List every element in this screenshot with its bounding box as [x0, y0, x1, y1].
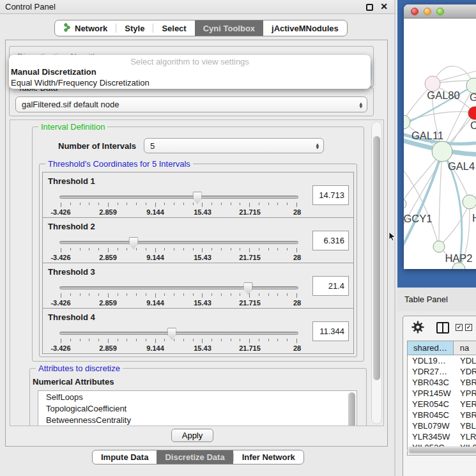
table-panel-header: Table Panel — [397, 288, 476, 311]
column-header-name[interactable]: na — [454, 341, 476, 355]
tab-style[interactable]: Style — [116, 20, 153, 36]
spinner-arrows-icon: ▲▼ — [359, 102, 362, 108]
columns-icon[interactable] — [436, 322, 449, 334]
tab-label: Network — [75, 24, 107, 33]
tab-infer-network[interactable]: Infer Network — [234, 450, 303, 464]
table-row[interactable]: YBR043CYBR0 — [408, 377, 476, 388]
scrollbar-thumb[interactable] — [373, 136, 380, 380]
checkbox-icon[interactable]: ✓ — [456, 324, 463, 331]
tab-select[interactable]: Select — [153, 20, 194, 36]
control-panel-tabs: Network Style Select Cyni Toolbox jActiv… — [54, 20, 348, 36]
tab-jactivemnodules[interactable]: jActiveMNodules — [263, 20, 347, 36]
slider-track[interactable] — [59, 332, 298, 335]
number-of-intervals-combobox[interactable]: 5 ▲▼ — [144, 138, 324, 153]
numerical-attributes-list[interactable]: SelfLoopsTopologicalCoefficientBetweenne… — [38, 390, 357, 426]
slider-scale: -3.4262.8599.14415.4321.71528 — [61, 208, 297, 216]
table-data-value: galFiltered.sif default node — [22, 97, 119, 112]
threshold-row: Threshold 2 -3.4262.8599.14415.4321.7152… — [42, 217, 354, 263]
thresholds-groupbox: Threshold's Coordinates for 5 Intervals … — [39, 164, 357, 357]
minimize-traffic-light-icon[interactable] — [424, 8, 431, 15]
cyni-toolbox-panel: Discretization Algorithm Select algorith… — [5, 40, 388, 447]
list-item[interactable]: SelfLoops — [38, 391, 357, 403]
column-header-shared-name[interactable]: shared… — [408, 341, 454, 355]
list-item[interactable]: TopologicalCoefficient — [38, 403, 357, 414]
table-row[interactable]: YER054CYER0 — [408, 399, 476, 410]
close-traffic-light-icon[interactable] — [411, 8, 418, 15]
settings-scroll-area: Interval Definition Number of Intervals … — [10, 119, 384, 426]
slider-ticks — [61, 203, 297, 208]
network-node[interactable] — [432, 141, 452, 162]
threshold-label: Threshold 3 — [48, 267, 95, 277]
node-label: GAL4 — [448, 160, 475, 172]
threshold-slider[interactable]: -3.4262.8599.14415.4321.71528 — [59, 284, 298, 305]
slider-track[interactable] — [59, 286, 298, 289]
threshold-label: Threshold 4 — [48, 312, 95, 322]
list-scrollbar[interactable] — [348, 392, 355, 426]
slider-ticks — [61, 248, 297, 253]
list-item[interactable]: BetweennessCentrality — [38, 414, 357, 426]
interval-definition-groupbox: Interval Definition Number of Intervals … — [32, 127, 364, 362]
table-row[interactable]: YDR27…YDR2 — [408, 366, 476, 377]
network-canvas[interactable]: GAL80 GA C GAL11 GAL4 GCY1 H HAP2 — [404, 19, 476, 269]
network-node[interactable] — [404, 199, 406, 209]
tab-cyni-toolbox[interactable]: Cyni Toolbox — [195, 20, 263, 36]
table-row[interactable]: YBL079WYBL0 — [408, 420, 476, 431]
threshold-slider[interactable]: -3.4262.8599.14415.4321.71528 — [59, 238, 298, 260]
threshold-row: Threshold 4 -3.4262.8599.14415.4321.7152… — [42, 308, 354, 354]
table-row[interactable]: YPR145WYPR1 — [408, 388, 476, 399]
slider-track[interactable] — [59, 241, 298, 244]
table-row[interactable]: YBR045CYBR0 — [408, 410, 476, 420]
slider-track[interactable] — [59, 196, 298, 199]
node-attribute-table: shared… na YDL19…YDL1YDR27…YDR2YBR043CYB… — [407, 341, 476, 456]
table-toolbar: ✓ ✓ — [403, 316, 476, 341]
table-row[interactable]: YDL19…YDL1 — [408, 355, 476, 366]
node-label-partial: GA — [470, 91, 476, 103]
threshold-slider[interactable]: -3.4262.8599.14415.4321.71528 — [59, 329, 298, 351]
table-panel: ✓ ✓ shared… na YDL19…YDL1YDR27…YDR2YBR04… — [403, 316, 476, 476]
gear-icon[interactable] — [411, 321, 424, 335]
tab-label: Select — [162, 24, 186, 33]
table-data-combobox[interactable]: galFiltered.sif default node ▲▼ — [15, 96, 367, 112]
float-window-icon[interactable] — [366, 4, 373, 11]
network-node[interactable] — [433, 241, 445, 252]
dropdown-placeholder-option[interactable]: Select algorithm to view settings — [9, 57, 371, 66]
dropdown-option-manual[interactable]: Manual Discretization — [11, 67, 96, 77]
tab-label: jActiveMNodules — [272, 24, 339, 33]
slider-scale: -3.4262.8599.14415.4321.71528 — [61, 344, 297, 352]
table-row[interactable]: YLR345WYLR3 — [408, 431, 476, 442]
interval-definition-label: Interval Definition — [38, 122, 107, 132]
algorithm-dropdown-popup: Select algorithm to view settings Manual… — [9, 55, 371, 89]
apply-button[interactable]: Apply — [171, 429, 213, 442]
network-window-titlebar — [404, 4, 476, 19]
settings-vertical-scrollbar[interactable] — [371, 121, 382, 424]
slider-ticks — [61, 339, 297, 344]
node-label: GAL80 — [427, 89, 459, 101]
threshold-label: Threshold 1 — [48, 176, 95, 186]
spinner-arrows-icon: ▲▼ — [316, 142, 319, 149]
panel-title: Control Panel — [5, 2, 56, 12]
node-label: HAP2 — [445, 252, 472, 264]
dropdown-option-equal-width[interactable]: Equal Width/Frequency Discretization — [11, 78, 150, 88]
tab-impute-data[interactable]: Impute Data — [93, 450, 157, 464]
node-label-partial: H — [472, 212, 476, 224]
threshold-value-field[interactable]: 21.4 — [312, 276, 349, 296]
close-icon[interactable]: ✕ — [380, 1, 388, 12]
control-panel-titlebar: Control Panel ✕ — [0, 0, 396, 14]
table-horizontal-scrollbar[interactable] — [407, 447, 476, 454]
threshold-value-field[interactable]: 14.713 — [312, 185, 349, 205]
attributes-groupbox: Attributes to discretize Numerical Attri… — [29, 368, 367, 426]
threshold-slider[interactable]: -3.4262.8599.14415.4321.71528 — [59, 193, 298, 215]
threshold-value-field[interactable]: 6.316 — [312, 231, 349, 250]
threshold-label: Threshold 2 — [48, 222, 95, 231]
threshold-value-field[interactable]: 11.344 — [312, 321, 349, 341]
scrollbar-thumb[interactable] — [409, 448, 476, 453]
tab-network[interactable]: Network — [55, 20, 116, 36]
node-label: GAL11 — [411, 130, 443, 141]
tab-discretize-data[interactable]: Discretize Data — [157, 450, 233, 464]
network-icon — [63, 23, 71, 34]
threshold-list: Threshold 1 -3.4262.8599.14415.4321.7152… — [40, 172, 357, 354]
checkbox-icon[interactable]: ✓ — [465, 324, 472, 331]
attributes-group-label: Attributes to discretize — [36, 364, 123, 373]
zoom-traffic-light-icon[interactable] — [436, 8, 444, 15]
network-node[interactable] — [463, 195, 476, 209]
